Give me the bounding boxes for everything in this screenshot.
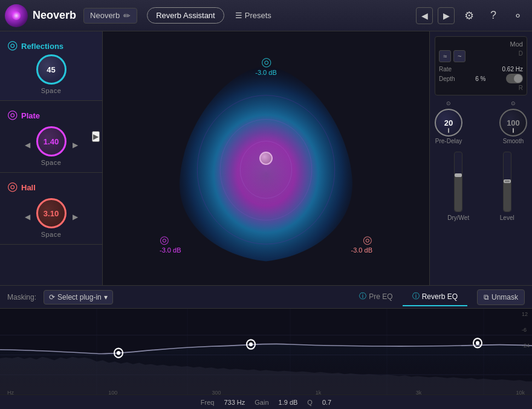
app-logo <box>5 4 28 27</box>
center-panel: ◎ -3.0 dB ◎ -3.0 dB ◎ -3.0 dB <box>103 31 429 285</box>
left-panel: ◎ Reflections 45 Space ◎ Plate ▶ <box>0 31 103 285</box>
settings-button[interactable]: ⚙ <box>459 6 479 25</box>
preset-name-label: Neoverb <box>90 11 120 20</box>
r-label: R <box>439 85 523 91</box>
hall-name: Hall <box>21 183 36 192</box>
bottom-right-db-label: -3.0 dB <box>351 246 372 254</box>
hall-space-label: Space <box>41 231 62 238</box>
top-bar: Neoverb Neoverb ✏ Reverb Assistant ☰ Pre… <box>0 0 532 31</box>
smooth-group: ⊙ 100 Smooth <box>499 100 527 144</box>
bottom-left-reverb-icon: ◎ <box>160 233 181 246</box>
depth-label: Depth <box>439 76 455 82</box>
pre-delay-label: Pre-Delay <box>435 138 462 144</box>
eq-freq-labels: Hz 100 300 1k 3k 10k <box>0 390 532 396</box>
hall-section: ◎ Hall ◀ 3.10 Space ▶ <box>0 173 102 245</box>
plate-icon: ◎ <box>7 107 18 121</box>
plugin-select[interactable]: ⟳ Select plug-in ▾ <box>44 290 113 304</box>
eq-bottom-bar: Freq 733 Hz Gain 1.9 dB Q 0.7 <box>0 395 532 409</box>
level-slider[interactable] <box>503 152 511 212</box>
prev-button[interactable]: ◀ <box>416 7 433 24</box>
presets-label: Presets <box>245 11 271 20</box>
freq-label: Freq <box>201 399 215 406</box>
plate-expand-button[interactable]: ▶ <box>92 131 100 142</box>
svg-point-17 <box>476 341 479 346</box>
q-value: 0.7 <box>322 399 331 406</box>
reflections-space-label: Space <box>41 87 62 94</box>
reverb-eq-icon: ⓘ <box>412 291 420 301</box>
reverb-eq-tab[interactable]: ⓘ Reverb EQ <box>403 288 467 306</box>
bottom-panel: Masking: ⟳ Select plug-in ▾ ⓘ Pre EQ ⓘ R… <box>0 285 532 409</box>
svg-point-13 <box>117 351 120 355</box>
pre-delay-knob[interactable]: 20 <box>435 109 462 137</box>
sliders-row: Dry/Wet Level <box>435 152 527 280</box>
gain-label: Gain <box>255 399 268 406</box>
dry-wet-slider[interactable] <box>454 152 462 212</box>
mod-wave-btn1[interactable]: ≈ <box>439 50 451 62</box>
smooth-knob[interactable]: 100 <box>499 109 527 137</box>
eq-tab-group: ⓘ Pre EQ ⓘ Reverb EQ <box>349 288 467 306</box>
bottom-toolbar: Masking: ⟳ Select plug-in ▾ ⓘ Pre EQ ⓘ R… <box>0 286 532 309</box>
mod-wave-btn2[interactable]: ~ <box>453 50 465 62</box>
mod-title: Mod <box>439 40 523 48</box>
plate-knob[interactable]: 1.40 <box>36 126 66 156</box>
bottom-left-db-label: -3.0 dB <box>160 246 181 254</box>
q-label: Q <box>307 399 313 406</box>
hall-knob[interactable]: 3.10 <box>36 198 66 228</box>
unmask-button[interactable]: ⧉ Unmask <box>477 289 525 305</box>
d-label: D <box>519 50 523 62</box>
unmask-icon: ⧉ <box>484 293 489 301</box>
right-panel: Mod ≈ ~ D Rate 0.62 Hz Depth 6 % R ⊙ <box>429 31 532 285</box>
pre-delay-group: ⊙ 20 Pre-Delay <box>435 100 462 144</box>
reflections-icon: ◎ <box>7 37 18 52</box>
reflections-section: ◎ Reflections 45 Space <box>0 31 102 101</box>
dry-wet-group: Dry/Wet <box>447 152 469 280</box>
hall-next-button[interactable]: ▶ <box>71 211 79 222</box>
extra-button[interactable]: ⚬ <box>508 6 527 25</box>
mod-section: Mod ≈ ~ D Rate 0.62 Hz Depth 6 % R <box>435 36 527 95</box>
svg-point-15 <box>249 343 253 347</box>
center-position-dot[interactable] <box>259 152 273 165</box>
select-chevron-icon: ▾ <box>104 293 108 301</box>
reverb-assistant-label: Reverb Assistant <box>156 11 215 20</box>
hall-prev-button[interactable]: ◀ <box>24 211 31 222</box>
plate-name: Plate <box>21 111 40 120</box>
gain-value: 1.9 dB <box>279 399 298 406</box>
eq-display[interactable]: 12 -6 -24 <box>0 309 532 395</box>
pre-eq-tab[interactable]: ⓘ Pre EQ <box>349 288 402 306</box>
reverb-visualizer[interactable]: ◎ -3.0 dB ◎ -3.0 dB ◎ -3.0 dB <box>145 50 387 267</box>
plate-space-label: Space <box>41 159 62 166</box>
pre-eq-icon: ⓘ <box>359 291 366 301</box>
masking-label: Masking: <box>7 293 36 301</box>
freq-value: 733 Hz <box>224 399 245 406</box>
svg-point-3 <box>232 132 300 207</box>
dry-wet-label: Dry/Wet <box>447 214 469 221</box>
next-button[interactable]: ▶ <box>438 7 455 24</box>
rate-label: Rate <box>439 66 452 72</box>
app-title: Neoverb <box>33 9 76 22</box>
preset-name-button[interactable]: Neoverb ✏ <box>83 8 137 24</box>
top-db-label: -3.0 dB <box>255 69 276 76</box>
help-button[interactable]: ? <box>484 6 503 25</box>
plate-section: ◎ Plate ▶ ◀ 1.40 Space ▶ <box>0 101 102 173</box>
plate-prev-button[interactable]: ◀ <box>24 140 31 150</box>
plate-next-button[interactable]: ▶ <box>71 140 79 150</box>
pre-delay-icon: ⊙ <box>446 100 451 106</box>
edit-icon: ✏ <box>123 11 131 21</box>
presets-button[interactable]: ☰ Presets <box>229 8 277 23</box>
depth-value: 6 % <box>475 76 485 82</box>
presets-icon: ☰ <box>235 11 242 20</box>
select-plugin-label: Select plug-in <box>57 293 102 301</box>
top-reverb-icon: ◎ <box>255 54 276 69</box>
depth-toggle[interactable] <box>506 74 523 83</box>
hall-icon: ◎ <box>7 179 18 193</box>
level-label: Level <box>500 214 514 221</box>
main-content: ◎ Reflections 45 Space ◎ Plate ▶ <box>0 31 532 285</box>
reflections-knob[interactable]: 45 <box>36 54 66 85</box>
eq-db-labels: 12 -6 -24 <box>522 311 530 349</box>
smooth-label: Smooth <box>503 138 524 144</box>
smooth-icon: ⊙ <box>511 100 516 106</box>
level-group: Level <box>500 152 514 280</box>
bottom-right-reverb-icon: ◎ <box>351 233 372 246</box>
reverb-assistant-button[interactable]: Reverb Assistant <box>147 7 224 24</box>
plugin-icon: ⟳ <box>49 293 55 301</box>
